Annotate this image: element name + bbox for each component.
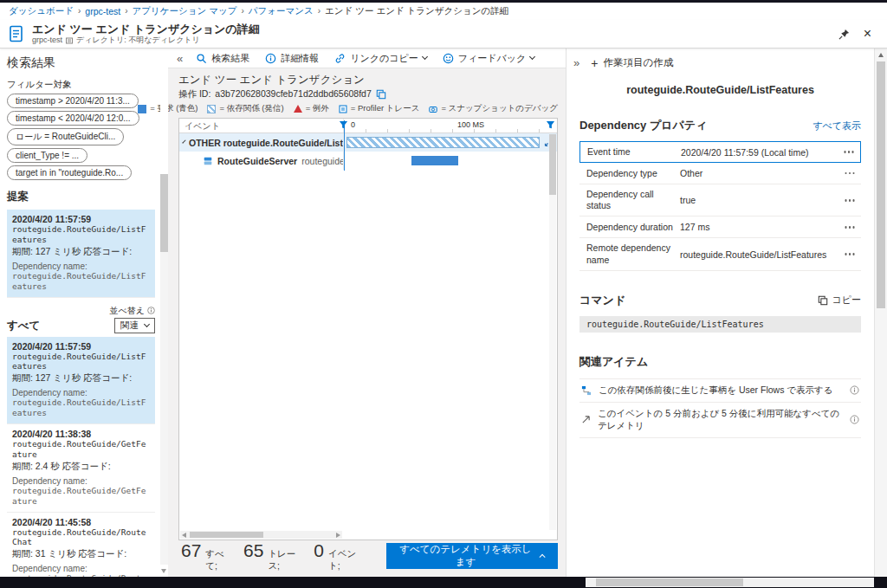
- dependency-title: routeguide.RouteGuide/ListFeatures: [567, 84, 874, 96]
- info-icon[interactable]: [850, 385, 859, 395]
- toolbar-details-info[interactable]: 詳細情報: [257, 48, 327, 68]
- count-value: 0: [314, 540, 324, 561]
- toolbar-item-label: リンクのコピー: [350, 52, 418, 65]
- dependency-name-label: Dependency name:: [12, 564, 150, 573]
- group-duration-bar[interactable]: [346, 137, 540, 148]
- chevron-down-icon: [422, 54, 428, 60]
- related-items-list: この依存関係前後に生じた事柄を User Flows で表示する このイベントの…: [579, 378, 861, 438]
- scrollbar-thumb[interactable]: [190, 532, 263, 538]
- scrollbar-thumb[interactable]: [877, 61, 885, 308]
- search-icon: [196, 53, 207, 64]
- properties-table: Event time 2020/4/20 11:57:59 (Local tim…: [579, 141, 861, 271]
- result-name: routeguide.RouteGuide/RouteChat: [12, 527, 150, 548]
- close-icon[interactable]: ×: [864, 27, 871, 41]
- table-row[interactable]: Dependency duration 127 ms: [579, 216, 861, 238]
- breadcrumb-app[interactable]: grpc-test: [85, 6, 120, 16]
- info-icon[interactable]: [850, 415, 859, 424]
- page-horizontal-scrollbar[interactable]: [586, 578, 874, 587]
- filter-chip-target[interactable]: target in in "routeguide.Ro...: [7, 165, 132, 180]
- sort-select[interactable]: 関連: [114, 318, 155, 333]
- group-row-label-cell: OTHER routeguide.RouteGuide/ListFeatures: [179, 133, 344, 152]
- dependency-name-value: routeguide.RouteGuide/ListFeatures: [12, 271, 150, 292]
- more-options-icon[interactable]: [849, 199, 851, 202]
- timeline-filter-left-icon[interactable]: [339, 120, 348, 130]
- child-duration-bar[interactable]: [411, 156, 458, 165]
- table-row[interactable]: Dependency type Other: [579, 163, 861, 184]
- sort-info-icon[interactable]: [147, 307, 155, 314]
- list-item[interactable]: 2020/4/20 11:57:59 routeguide.RouteGuide…: [7, 337, 155, 425]
- scroll-up-arrow-icon[interactable]: [878, 53, 884, 57]
- filter-chip-client-type[interactable]: client_Type != ...: [7, 148, 87, 163]
- legend-label: = 例外: [306, 103, 329, 114]
- list-item[interactable]: 2020/4/20 11:45:58 routeguide.RouteGuide…: [7, 513, 155, 578]
- property-value: true: [677, 195, 845, 205]
- toolbar-feedback[interactable]: フィードバック: [435, 48, 543, 68]
- breadcrumb-dashboard[interactable]: ダッシュボード: [9, 5, 74, 17]
- suggestion-card[interactable]: 2020/4/20 11:57:59 routeguide.RouteGuide…: [7, 210, 155, 298]
- table-row[interactable]: Remote dependency name routeguide.RouteG…: [579, 238, 861, 270]
- breadcrumb-application-map[interactable]: アプリケーション マップ: [133, 5, 237, 17]
- directory-icon: [66, 37, 73, 44]
- copy-command-button[interactable]: コピー: [818, 294, 861, 307]
- more-options-icon[interactable]: [849, 253, 851, 255]
- collapse-details-button[interactable]: »: [573, 57, 579, 68]
- transaction-group-row[interactable]: OTHER routeguide.RouteGuide/ListFeatures: [179, 133, 557, 152]
- toolbar-item-label: 検索結果: [211, 52, 249, 65]
- child-event-row[interactable]: RouteGuideServer routeguide.RouteGuide/L…: [179, 152, 557, 170]
- show-all-telemetry-button[interactable]: すべてのテレメトリを表示します: [386, 543, 558, 569]
- copy-operation-id-icon[interactable]: [376, 89, 386, 100]
- create-work-item-button[interactable]: + 作業項目の作成: [591, 56, 673, 69]
- filter-chip-list: timestamp > 2020/4/20 11:3... timestamp …: [7, 94, 155, 180]
- window-bottom-edge: [0, 577, 887, 588]
- title-block: エンド ツー エンド トランザクションの詳細 grpc-test ディレクトリ:…: [32, 23, 260, 45]
- pin-icon[interactable]: [838, 29, 850, 40]
- filters-heading: フィルター対象: [7, 79, 155, 91]
- more-options-icon[interactable]: [848, 151, 851, 153]
- search-results-heading: 検索結果: [7, 55, 155, 71]
- filter-chip-timestamp-gt[interactable]: timestamp > 2020/4/20 11:3...: [7, 94, 139, 108]
- filter-chip-role[interactable]: ロール = RouteGuideCli...: [7, 128, 124, 145]
- group-expand-chevron[interactable]: [182, 139, 185, 143]
- related-item-user-flows[interactable]: この依存関係前後に生じた事柄を User Flows で表示する: [579, 378, 861, 403]
- command-value[interactable]: routeguide.RouteGuide/ListFeatures: [579, 316, 861, 333]
- button-label: すべてのテレメトリを表示します: [399, 543, 533, 569]
- show-all-link[interactable]: すべて表示: [813, 120, 861, 132]
- gantt-horizontal-scrollbar[interactable]: [180, 531, 342, 539]
- toolbar-copy-link[interactable]: リンクのコピー: [327, 48, 435, 68]
- scroll-down-arrow-icon[interactable]: [161, 569, 166, 573]
- breadcrumb: ダッシュボード › grpc-test › アプリケーション マップ › パフォ…: [0, 3, 887, 20]
- timeline-tick-100ms: 100 MS: [457, 120, 484, 129]
- result-duration: 期間: 31 ミリ秒 応答コード:: [12, 548, 150, 560]
- titlebar-actions: ×: [838, 27, 878, 41]
- sort-row: 並べ替え: [7, 305, 155, 317]
- legend-label: = 依存関係 (発信): [219, 103, 283, 114]
- scrollbar-thumb[interactable]: [596, 578, 743, 586]
- collapse-sidebar-button[interactable]: «: [172, 53, 188, 64]
- table-row[interactable]: Event time 2020/4/20 11:57:59 (Local tim…: [579, 141, 861, 163]
- legend-label: = Profiler トレース: [351, 103, 420, 114]
- more-options-icon[interactable]: [849, 226, 851, 229]
- dependency-name-label: Dependency name:: [12, 262, 150, 271]
- sidebar-scrollbar[interactable]: [160, 48, 168, 577]
- page-header: エンド ツー エンド トランザクションの詳細 grpc-test ディレクトリ:…: [0, 20, 887, 48]
- scroll-right-arrow-icon[interactable]: [336, 533, 340, 538]
- toolbar-search-results[interactable]: 検索結果: [188, 48, 257, 68]
- breadcrumb-separator-icon: ›: [318, 7, 320, 16]
- breadcrumb-performance[interactable]: パフォーマンス: [249, 5, 314, 17]
- timeline-filter-right-icon[interactable]: [546, 120, 555, 130]
- scroll-left-arrow-icon[interactable]: [182, 533, 186, 538]
- related-item-telemetry[interactable]: このイベントの 5 分前および 5 分後に利用可能なすべてのテレメトリ: [579, 403, 861, 438]
- page-vertical-scrollbar[interactable]: [874, 48, 887, 577]
- related-items-title: 関連アイテム: [579, 354, 861, 370]
- legend-label: = スナップショットのデバッグ: [441, 103, 558, 114]
- table-row[interactable]: Dependency call status true: [579, 184, 861, 216]
- event-column-header[interactable]: イベント: [179, 119, 344, 132]
- more-options-icon[interactable]: [849, 172, 851, 175]
- scrollbar-thumb[interactable]: [549, 134, 556, 195]
- create-work-item-label: 作業項目の作成: [603, 56, 673, 69]
- user-flows-icon: [581, 385, 592, 396]
- gantt-vertical-scrollbar[interactable]: [549, 134, 556, 530]
- scrollbar-thumb[interactable]: [160, 174, 168, 252]
- list-item[interactable]: 2020/4/20 11:38:38 routeguide.RouteGuide…: [7, 424, 155, 513]
- filter-chip-timestamp-lt[interactable]: timestamp < 2020/4/20 12:0...: [7, 111, 139, 126]
